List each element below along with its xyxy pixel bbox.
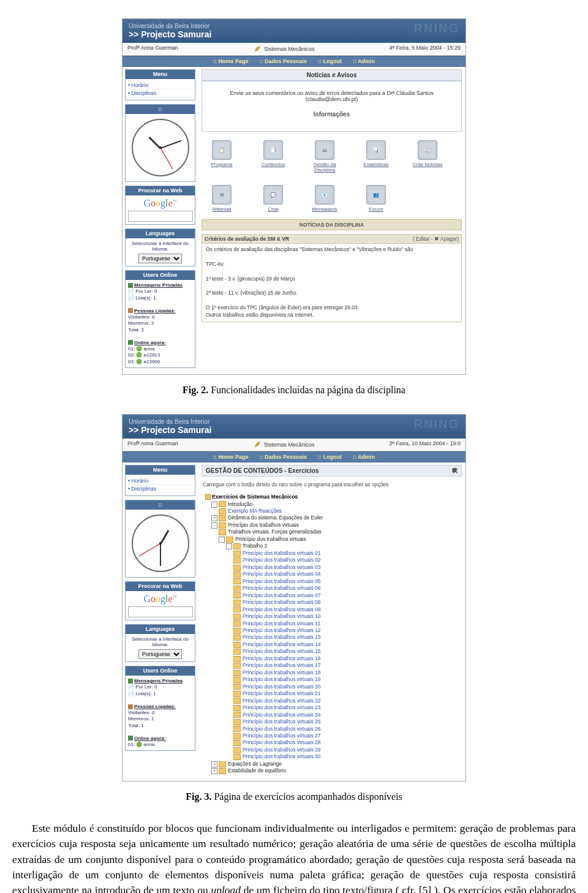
app-header: Universidade da Beira Interior >> Projec… (123, 19, 466, 43)
online-user-3: 03: 🟢 a13900 (128, 359, 160, 364)
notice-box: Envie os seus comentários ou aviso de er… (202, 81, 462, 132)
icon-grid: 📋Programa 📑Conteúdos 🗂Gestão da Discipli… (202, 137, 462, 219)
project-title: >> Projecto Samurai (129, 29, 459, 39)
body-paragraph: Este módulo é constituído por blocos que… (12, 821, 576, 893)
exercise-tree[interactable]: Exercícios de Sistemas Mecânicos-Introdu… (202, 490, 462, 778)
menu-item-horario[interactable]: • Horário (128, 81, 192, 89)
main-title: Notícias e Avisos (206, 72, 458, 78)
header-watermark: RNING (414, 21, 459, 36)
nav-bar-3: :: Home Page :: Dados Pessoais :: Logout… (123, 451, 466, 462)
pessoas-ligadas-label: Pessoas Ligadas: (134, 308, 176, 314)
language-select[interactable]: Portuguese (138, 254, 182, 263)
nav-logout[interactable]: :: Logout (318, 58, 342, 64)
main-content: Notícias e Avisos Envie os seus comentár… (198, 67, 466, 374)
news-title: Critérios de avaliação de SM & VR (205, 236, 289, 242)
analog-clock-3 (132, 514, 189, 572)
screenshot-fig3: Universidade da Beira Interior >> Projec… (122, 414, 466, 782)
por-ler-count: 📄 Por Ler: 0 (128, 288, 157, 294)
people-icon (128, 308, 133, 313)
criar-noticias-icon: 📰 (418, 140, 437, 160)
users-online-heading: Users Online (126, 271, 195, 280)
google-logo: Google™ (144, 198, 177, 208)
news-body: Os critérios de avaliação das disciplina… (202, 244, 462, 322)
figure-3: Universidade da Beira Interior >> Projec… (12, 414, 576, 802)
nav-admin[interactable]: :: Admin (353, 58, 375, 64)
datetime-label: 4ª Feira, 5 Maio 2004 - 15:29 (390, 45, 461, 53)
icon-gestao[interactable]: 🗂Gestão da Disciplina (307, 140, 342, 173)
membros-count: Membros: 3 (128, 320, 154, 326)
news-section-bar: NOTÍCIAS DA DISCIPLINA (202, 219, 462, 230)
icon-mensagens[interactable]: 📧Mensagens (307, 185, 342, 212)
news-actions[interactable]: ( Editar - ✖ Apagar) (413, 236, 459, 242)
menu-item-disciplinas[interactable]: • Disciplinas (128, 89, 192, 97)
tools-icon[interactable]: 🛠 (451, 467, 458, 474)
icon-programa[interactable]: 📋Programa (204, 140, 239, 173)
figure-2-caption: Fig. 2. Funcionalidades incluídas na pág… (12, 385, 576, 396)
icon-chat[interactable]: 💬Chat (255, 185, 291, 212)
online-user-1: 01: 🟢 anna (128, 346, 154, 352)
sidebar: Menu • Horário • Disciplinas :: Pro (123, 67, 198, 374)
search-input-3[interactable] (128, 606, 193, 617)
forum-icon: 👥 (366, 185, 386, 205)
app-header-3: Universidade da Beira Interior >> Projec… (123, 415, 466, 439)
info-bar-3: Profª Anna Guerman Sistemas Mecânicos 2ª… (123, 439, 466, 451)
chat-icon: 💬 (263, 185, 283, 205)
content-mgmt-title: GESTÃO DE CONTEÚDOS - Exercícios (206, 467, 319, 474)
search-heading: Procurar na Web (126, 186, 195, 195)
icon-forum[interactable]: 👥Fórum (358, 185, 394, 212)
lidas-count: 📄 Lida(s): 1 (128, 295, 156, 301)
feather-icon (253, 45, 262, 53)
total-count: Total: 3 (128, 327, 144, 333)
discipline-name: Sistemas Mecânicos (264, 46, 315, 52)
gestao-icon: 🗂 (315, 140, 334, 160)
main-content-3: GESTÃO DE CONTEÚDOS - Exercícios 🛠 Carre… (198, 462, 466, 781)
online-agora-label: Online agora: (134, 340, 166, 345)
mensagens-icon: 📧 (315, 185, 334, 205)
icon-webmail[interactable]: ✉Webmail (204, 185, 239, 212)
feather-icon (253, 440, 262, 449)
sidebar-3: Menu • Horário • Disciplinas :: Procurar… (123, 462, 198, 781)
main-title-bar: Notícias e Avisos (202, 69, 462, 81)
messages-icon (128, 283, 133, 288)
icon-conteudos[interactable]: 📑Conteúdos (255, 140, 291, 173)
content-mgmt-bar: GESTÃO DE CONTEÚDOS - Exercícios 🛠 (202, 465, 462, 477)
figure-3-caption: Fig. 3. Página de exercícios acompanhado… (12, 791, 576, 802)
nav-home[interactable]: :: Home Page (213, 58, 249, 64)
datetime-label-3: 2ª Feira, 10 Maio 2004 - 19:0 (390, 440, 461, 449)
programa-icon: 📋 (212, 140, 232, 160)
info-bar: Profª Anna Guerman Sistemas Mecânicos 4ª… (123, 43, 466, 56)
university-label: Universidade da Beira Interior (129, 23, 459, 29)
news-item-header: Critérios de avaliação de SM & VR ( Edit… (202, 234, 462, 244)
search-input[interactable] (128, 211, 193, 222)
notice-text: Envie os seus comentários ou aviso de er… (208, 90, 455, 102)
conteudos-icon: 📑 (263, 140, 283, 160)
user-name: Profª Anna Guerman (127, 45, 178, 53)
online-now-icon (128, 340, 133, 345)
icon-estatisticas[interactable]: 📊Estatísticas (358, 140, 394, 173)
icon-criar-noticias[interactable]: 📰Criar Notícias (410, 140, 445, 173)
clock-heading: :: (126, 105, 195, 114)
figure-2: Universidade da Beira Interior >> Projec… (12, 18, 576, 396)
visitantes-count: Visitantes: 0 (128, 314, 154, 320)
language-label: Seleccionar a Interface do Idioma: (128, 241, 192, 252)
informacoes-heading: Informações (208, 111, 455, 118)
webmail-icon: ✉ (212, 185, 232, 205)
languages-heading: Languages (126, 229, 195, 238)
tree-hint: Carregue com o botão direito do rato sob… (202, 480, 462, 490)
analog-clock (132, 119, 189, 176)
nav-dados[interactable]: :: Dados Pessoais (259, 58, 307, 64)
screenshot-fig2: Universidade da Beira Interior >> Projec… (122, 18, 466, 375)
nav-bar: :: Home Page :: Dados Pessoais :: Logout… (123, 56, 466, 67)
online-user-2: 02: 🟢 a12813 (128, 352, 160, 358)
messages-privadas-label[interactable]: Mensagens Privadas (134, 282, 183, 288)
menu-heading: Menu (126, 70, 195, 79)
estatisticas-icon: 📊 (366, 140, 386, 160)
